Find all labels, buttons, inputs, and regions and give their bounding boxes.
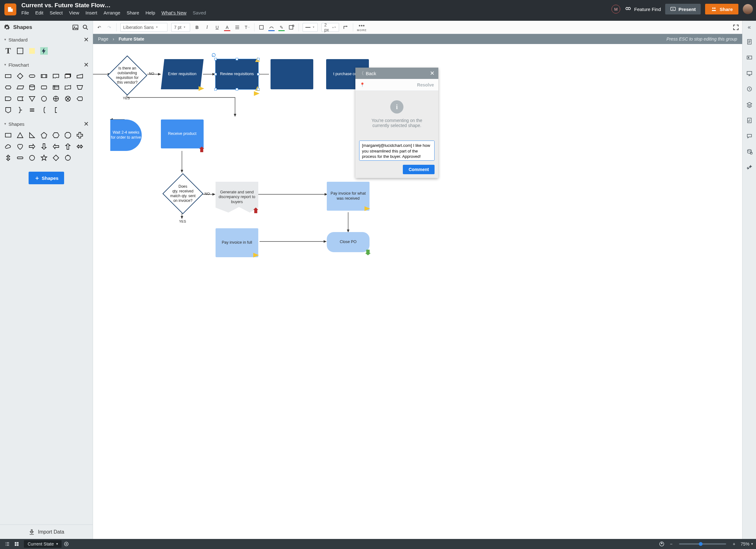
linetype-icon[interactable] xyxy=(343,24,349,30)
shape-storeddata[interactable] xyxy=(16,95,24,102)
shape-or[interactable] xyxy=(52,95,60,102)
shapeopts-icon[interactable] xyxy=(288,24,295,30)
linecolor-icon[interactable]: ✎ xyxy=(278,24,285,30)
page-tab[interactable]: Current State▼ xyxy=(24,540,62,548)
node-pay-what[interactable]: Pay invoice for what was received xyxy=(327,182,370,211)
shape-octagon[interactable] xyxy=(64,131,72,139)
shape-directdata[interactable] xyxy=(40,84,48,91)
more-button[interactable]: •••MORE xyxy=(357,23,367,32)
shape-polygon[interactable] xyxy=(64,154,72,162)
shape-display[interactable] xyxy=(76,95,84,102)
page-icon[interactable] xyxy=(746,39,753,46)
undo-icon[interactable]: ↶ xyxy=(96,24,102,30)
shape-multidoc[interactable] xyxy=(64,72,72,80)
linewidth-select[interactable]: 2 px▲▼ xyxy=(321,23,339,32)
section-flowchart[interactable]: ▼Flowchart✕ xyxy=(0,59,93,70)
fontsize-select[interactable]: 7 pt▼ xyxy=(171,23,190,32)
close-icon[interactable]: ✕ xyxy=(84,120,89,128)
shape-connector[interactable] xyxy=(40,95,48,102)
collaborator-chip[interactable]: M xyxy=(611,5,620,14)
shape-decision[interactable] xyxy=(16,72,24,80)
shape-predef[interactable] xyxy=(40,72,48,80)
comment-input[interactable] xyxy=(359,140,435,161)
shape-pentagon[interactable] xyxy=(40,131,48,139)
shape-arrow-lr[interactable] xyxy=(76,143,84,150)
slides-icon[interactable] xyxy=(746,54,753,62)
section-shapes[interactable]: ▼Shapes✕ xyxy=(0,118,93,129)
zoom-out-icon[interactable]: − xyxy=(668,541,674,547)
menu-help[interactable]: Help xyxy=(145,10,155,15)
fill-icon[interactable] xyxy=(258,24,265,30)
node-discrepancy[interactable]: Generate and send discrepancy report to … xyxy=(216,182,258,212)
linestyle-select[interactable]: ▼ xyxy=(303,23,318,32)
menu-select[interactable]: Select xyxy=(50,10,63,15)
textopts-icon[interactable]: T⋯ xyxy=(244,24,250,30)
feature-find-button[interactable]: Feature Find xyxy=(625,6,661,13)
node-close-po[interactable]: Close PO xyxy=(327,232,370,252)
shape-merge[interactable] xyxy=(28,95,36,102)
shape-document[interactable] xyxy=(52,72,60,80)
theme-icon[interactable] xyxy=(746,117,753,125)
data-icon[interactable] xyxy=(746,149,753,156)
underline-icon[interactable]: U xyxy=(214,24,220,30)
node-receive-product[interactable]: Receive product xyxy=(161,119,204,148)
shape-sumjunction[interactable] xyxy=(64,95,72,102)
menu-view[interactable]: View xyxy=(69,10,79,15)
presentation-icon[interactable] xyxy=(746,70,753,78)
shape-rect[interactable] xyxy=(4,131,12,139)
comment-back-button[interactable]: 〈Back xyxy=(359,70,376,76)
menu-arrange[interactable]: Arrange xyxy=(104,10,120,15)
shape-bracket-right[interactable] xyxy=(16,106,24,114)
font-select[interactable]: Liberation Sans▼ xyxy=(120,23,167,32)
menu-insert[interactable]: Insert xyxy=(85,10,97,15)
node-hidden1[interactable] xyxy=(271,59,313,89)
shape-block[interactable] xyxy=(16,47,24,55)
zoom-slider[interactable] xyxy=(679,543,726,545)
redo-icon[interactable]: ↷ xyxy=(106,24,112,30)
layers-icon[interactable] xyxy=(746,102,753,109)
zoom-in-icon[interactable]: + xyxy=(731,541,737,547)
app-logo[interactable] xyxy=(4,3,16,15)
border-icon[interactable] xyxy=(268,24,275,30)
menu-edit[interactable]: Edit xyxy=(35,10,43,15)
zoom-value[interactable]: 75% xyxy=(741,541,749,546)
shape-arrow-right[interactable] xyxy=(28,143,36,150)
shape-arrow-down[interactable] xyxy=(40,143,48,150)
node-review-requisitions[interactable]: Review requisitions xyxy=(216,59,258,89)
history-icon[interactable] xyxy=(746,86,753,93)
node-pay-full[interactable]: Pay invoice in full xyxy=(216,228,258,257)
fullscreen-icon[interactable] xyxy=(733,24,739,30)
present-button[interactable]: Present xyxy=(665,4,701,14)
shape-righttri[interactable] xyxy=(28,131,36,139)
shape-diamond2[interactable] xyxy=(52,154,60,162)
shape-arrow-up[interactable] xyxy=(64,143,72,150)
shape-database[interactable] xyxy=(28,84,36,91)
crumb-page[interactable]: Page xyxy=(98,36,108,41)
node-enter-requisition[interactable]: Enter requisition xyxy=(161,59,204,89)
shape-heart[interactable] xyxy=(16,143,24,150)
user-avatar[interactable] xyxy=(743,4,753,14)
import-data-button[interactable]: Import Data xyxy=(0,524,93,539)
comments-rail-icon[interactable] xyxy=(746,133,753,140)
comment-submit-button[interactable]: Comment xyxy=(403,165,435,174)
add-shapes-button[interactable]: ＋Shapes xyxy=(29,172,64,184)
grid-view-icon[interactable] xyxy=(14,541,19,547)
shape-notelines[interactable] xyxy=(28,106,36,114)
shape-papertape[interactable] xyxy=(64,84,72,91)
shape-text[interactable]: T xyxy=(4,47,12,55)
menu-file[interactable]: File xyxy=(21,10,29,15)
shape-manualop[interactable] xyxy=(76,84,84,91)
collapse-rail-icon[interactable]: « xyxy=(748,24,751,30)
shape-arrow[interactable] xyxy=(52,47,60,55)
shape-circle[interactable] xyxy=(28,154,36,162)
close-icon[interactable]: ✕ xyxy=(84,61,89,69)
close-icon[interactable]: ✕ xyxy=(84,36,89,43)
shape-live[interactable] xyxy=(40,47,48,55)
shape-cross[interactable] xyxy=(76,131,84,139)
search-icon[interactable] xyxy=(82,24,89,31)
shape-bracket-left[interactable] xyxy=(40,106,48,114)
shape-process[interactable] xyxy=(4,72,12,80)
document-title[interactable]: Current vs. Future State Flow… xyxy=(21,2,611,9)
shape-preparation[interactable] xyxy=(4,84,12,91)
shape-note[interactable] xyxy=(28,47,36,55)
